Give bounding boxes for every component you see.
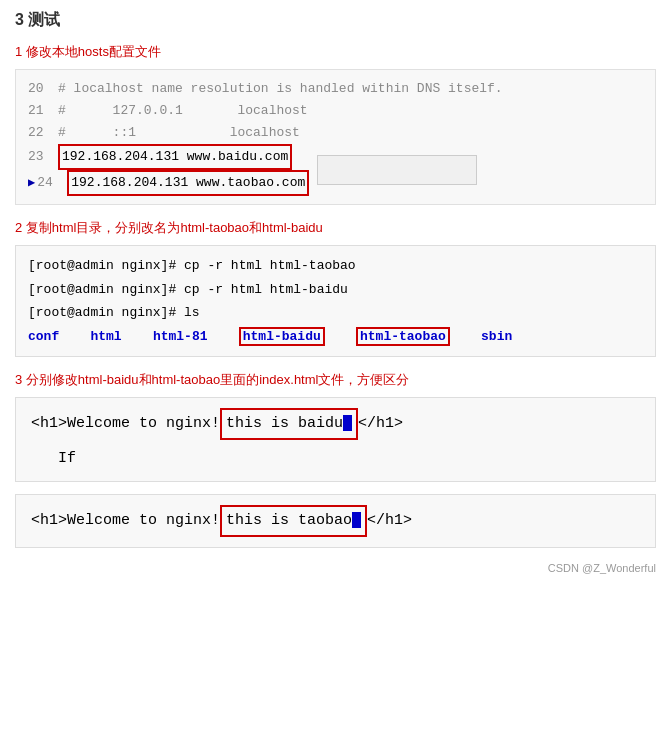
code-line-21: 21 # 127.0.0.1 localhost xyxy=(28,100,643,122)
ls-space2 xyxy=(129,329,145,344)
baidu-extra-line: If xyxy=(31,446,640,472)
code-line-20: 20 # localhost name resolution is handle… xyxy=(28,78,643,100)
taobao-code-prefix: <h1>Welcome to nginx! xyxy=(31,508,220,534)
terminal-line-3: [root@admin nginx]# ls xyxy=(28,301,643,324)
side-image xyxy=(317,155,477,185)
code-line-22: 22 # ::1 localhost xyxy=(28,122,643,144)
taobao-code-suffix: </h1> xyxy=(367,508,412,534)
line-num-21: 21 xyxy=(28,100,58,122)
taobao-code-line: <h1>Welcome to nginx! this is taobao </h… xyxy=(31,505,640,537)
section-title: 3 测试 xyxy=(15,10,656,31)
line-num-23: 23 xyxy=(28,146,58,168)
baidu-this-box: this is baidu xyxy=(220,408,358,440)
ls-space1 xyxy=(67,329,83,344)
ls-space5 xyxy=(458,329,474,344)
ls-html-baidu: html-baidu xyxy=(239,327,325,346)
baidu-code-block: <h1>Welcome to nginx! this is baidu </h1… xyxy=(15,397,656,482)
taobao-code-block: <h1>Welcome to nginx! this is taobao </h… xyxy=(15,494,656,548)
terminal-line-2: [root@admin nginx]# cp -r html html-baid… xyxy=(28,278,643,301)
line-num-22: 22 xyxy=(28,122,58,144)
baidu-cursor xyxy=(343,415,352,431)
line-21-content: # 127.0.0.1 localhost xyxy=(58,100,308,122)
ls-space4 xyxy=(333,329,349,344)
baidu-code-suffix: </h1> xyxy=(358,411,403,437)
step2-label: 2 复制html目录，分别改名为html-taobao和html-baidu xyxy=(15,219,656,237)
step3-label: 3 分别修改html-baidu和html-taobao里面的index.htm… xyxy=(15,371,656,389)
terminal-block: [root@admin nginx]# cp -r html html-taob… xyxy=(15,245,656,357)
line-24-content: 192.168.204.131 www.taobao.com xyxy=(67,170,309,196)
arrow-24: ▶ xyxy=(28,173,35,193)
baidu-code-line: <h1>Welcome to nginx! this is baidu </h1… xyxy=(31,408,640,440)
watermark: CSDN @Z_Wonderful xyxy=(15,562,656,574)
ls-sbin: sbin xyxy=(481,329,512,344)
step1-label: 1 修改本地hosts配置文件 xyxy=(15,43,656,61)
baidu-this-text: this is baidu xyxy=(226,415,343,432)
taobao-this-text: this is taobao xyxy=(226,512,352,529)
hosts-code-block: 20 # localhost name resolution is handle… xyxy=(15,69,656,205)
ls-html81: html-81 xyxy=(153,329,208,344)
line-22-content: # ::1 localhost xyxy=(58,122,300,144)
line-20-content: # localhost name resolution is handled w… xyxy=(58,78,503,100)
line-num-20: 20 xyxy=(28,78,58,100)
ls-html-taobao: html-taobao xyxy=(356,327,450,346)
taobao-this-box: this is taobao xyxy=(220,505,367,537)
baidu-extra-text: If xyxy=(31,446,202,472)
line-num-24: 24 xyxy=(37,172,67,194)
code-line-24: ▶ 24 192.168.204.131 www.taobao.com xyxy=(28,170,309,196)
ls-space3 xyxy=(215,329,231,344)
terminal-line-1: [root@admin nginx]# cp -r html html-taob… xyxy=(28,254,643,277)
line-23-content: 192.168.204.131 www.baidu.com xyxy=(58,144,292,170)
baidu-code-prefix: <h1>Welcome to nginx! xyxy=(31,411,220,437)
ls-conf: conf xyxy=(28,329,59,344)
terminal-ls-output: conf html html-81 html-baidu html-taobao… xyxy=(28,325,643,348)
taobao-cursor xyxy=(352,512,361,528)
ls-html: html xyxy=(90,329,121,344)
code-line-23: 23 192.168.204.131 www.baidu.com xyxy=(28,144,309,170)
